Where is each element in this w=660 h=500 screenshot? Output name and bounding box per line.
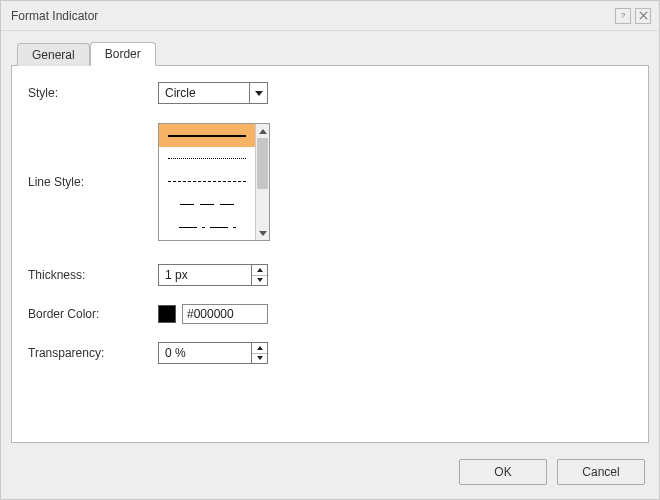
scroll-thumb[interactable] — [257, 138, 268, 189]
svg-text:?: ? — [620, 11, 625, 20]
label-transparency: Transparency: — [28, 346, 158, 360]
tab-pane-border: Style: Circle Line Style: — [11, 65, 649, 443]
dialog-body: General Border Style: Circle Line Style: — [11, 41, 649, 443]
row-transparency: Transparency: 0 % — [28, 342, 632, 364]
line-style-item-dotted[interactable] — [159, 147, 255, 170]
cancel-button-label: Cancel — [582, 465, 619, 479]
scroll-down-icon[interactable] — [256, 226, 269, 240]
line-style-item-solid[interactable] — [159, 124, 255, 147]
format-indicator-dialog: Format Indicator ? General Border Style:… — [0, 0, 660, 500]
help-icon[interactable]: ? — [615, 8, 631, 24]
tab-border[interactable]: Border — [90, 42, 156, 66]
line-style-item-dash-long[interactable] — [159, 216, 255, 239]
row-border-color: Border Color: #000000 — [28, 304, 632, 324]
dialog-footer: OK Cancel — [459, 459, 645, 485]
transparency-down-icon[interactable] — [252, 353, 267, 364]
label-border-color: Border Color: — [28, 307, 158, 321]
tab-general-label: General — [32, 48, 75, 62]
line-style-list[interactable] — [158, 123, 270, 241]
transparency-stepper-buttons — [251, 343, 267, 363]
transparency-value: 0 % — [159, 343, 251, 363]
ok-button[interactable]: OK — [459, 459, 547, 485]
thickness-value: 1 px — [159, 265, 251, 285]
border-color-swatch[interactable] — [158, 305, 176, 323]
thickness-down-icon[interactable] — [252, 275, 267, 286]
thickness-stepper-buttons — [251, 265, 267, 285]
label-style: Style: — [28, 86, 158, 100]
ok-button-label: OK — [494, 465, 511, 479]
chevron-down-icon — [249, 83, 267, 103]
style-select-value: Circle — [159, 86, 249, 100]
label-thickness: Thickness: — [28, 268, 158, 282]
line-style-scrollbar[interactable] — [255, 124, 269, 240]
close-icon[interactable] — [635, 8, 651, 24]
transparency-up-icon[interactable] — [252, 343, 267, 353]
label-line-style: Line Style: — [28, 175, 158, 189]
line-style-item-dash-short[interactable] — [159, 170, 255, 193]
row-thickness: Thickness: 1 px — [28, 264, 632, 286]
thickness-up-icon[interactable] — [252, 265, 267, 275]
line-style-items — [159, 124, 255, 240]
border-color-field[interactable]: #000000 — [182, 304, 268, 324]
border-color-value: #000000 — [187, 307, 234, 321]
scroll-track[interactable] — [256, 138, 269, 226]
row-style: Style: Circle — [28, 82, 632, 104]
transparency-stepper[interactable]: 0 % — [158, 342, 268, 364]
tab-strip: General Border — [11, 41, 649, 65]
thickness-stepper[interactable]: 1 px — [158, 264, 268, 286]
style-select[interactable]: Circle — [158, 82, 268, 104]
scroll-up-icon[interactable] — [256, 124, 269, 138]
line-style-item-dash-medium[interactable] — [159, 193, 255, 216]
cancel-button[interactable]: Cancel — [557, 459, 645, 485]
dialog-title: Format Indicator — [11, 9, 611, 23]
titlebar: Format Indicator ? — [1, 1, 659, 31]
tab-border-label: Border — [105, 47, 141, 61]
tab-general[interactable]: General — [17, 43, 90, 66]
row-line-style: Line Style: — [28, 122, 632, 242]
